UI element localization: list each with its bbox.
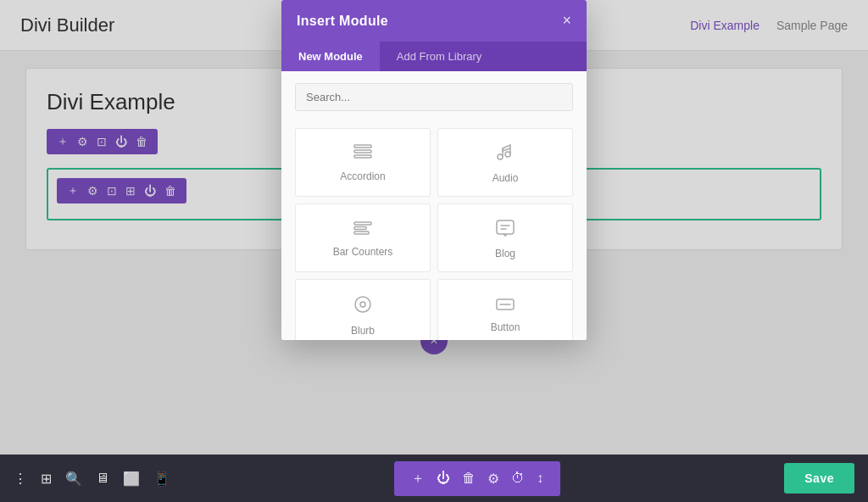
- bottom-mobile-icon[interactable]: 📱: [153, 471, 170, 487]
- bottom-grid-icon[interactable]: ⊞: [41, 471, 52, 487]
- module-button[interactable]: Button: [437, 279, 573, 340]
- bottom-bar-center: ＋ ⏻ 🗑 ⚙ ⏱ ↕: [394, 461, 560, 496]
- tab-add-from-library[interactable]: Add From Library: [380, 42, 498, 71]
- center-add-icon[interactable]: ＋: [411, 470, 425, 488]
- bottom-bar-left: ⋮ ⊞ 🔍 🖥 ⬜ 📱: [14, 471, 170, 487]
- module-bar-counters[interactable]: Bar Counters: [295, 204, 431, 272]
- modal-title: Insert Module: [297, 14, 388, 29]
- center-trash-icon[interactable]: 🗑: [462, 471, 476, 486]
- modal-close-button[interactable]: ×: [562, 12, 571, 30]
- blurb-label: Blurb: [351, 325, 375, 337]
- module-grid: Accordion Audio: [281, 120, 587, 340]
- svg-rect-8: [354, 227, 366, 230]
- bottom-desktop-icon[interactable]: 🖥: [96, 471, 109, 486]
- svg-rect-9: [354, 231, 369, 234]
- svg-point-12: [360, 302, 365, 307]
- search-input[interactable]: [295, 83, 573, 111]
- svg-point-3: [498, 154, 503, 159]
- bottom-search-icon[interactable]: 🔍: [65, 471, 82, 487]
- center-history-icon[interactable]: ⏱: [511, 471, 525, 486]
- accordion-label: Accordion: [340, 170, 385, 182]
- bottom-menu-icon[interactable]: ⋮: [14, 471, 27, 487]
- center-settings-icon[interactable]: ⚙: [487, 471, 499, 487]
- bottom-tablet-icon[interactable]: ⬜: [123, 471, 140, 487]
- blog-icon: [496, 220, 515, 241]
- button-icon: [496, 295, 515, 315]
- audio-label: Audio: [492, 172, 519, 184]
- module-blog[interactable]: Blog: [437, 204, 573, 272]
- modal-tabs: New Module Add From Library: [281, 42, 587, 71]
- module-blurb[interactable]: Blurb: [295, 279, 431, 340]
- svg-rect-1: [354, 150, 371, 153]
- svg-rect-0: [354, 145, 371, 148]
- module-accordion[interactable]: Accordion: [295, 128, 431, 197]
- accordion-icon: [353, 144, 372, 164]
- bottom-bar: ⋮ ⊞ 🔍 🖥 ⬜ 📱 ＋ ⏻ 🗑 ⚙ ⏱ ↕ Save: [0, 455, 868, 502]
- center-layout-icon[interactable]: ↕: [537, 471, 543, 486]
- save-button[interactable]: Save: [784, 463, 854, 494]
- center-power-icon[interactable]: ⏻: [437, 471, 450, 486]
- svg-rect-10: [497, 220, 514, 234]
- modal-search: [281, 71, 587, 120]
- svg-point-4: [505, 152, 510, 157]
- blurb-icon: [353, 295, 372, 318]
- svg-rect-2: [354, 155, 371, 158]
- tab-new-module[interactable]: New Module: [281, 42, 380, 71]
- module-audio[interactable]: Audio: [437, 128, 573, 197]
- blog-label: Blog: [495, 248, 515, 259]
- audio-icon: [496, 144, 515, 165]
- svg-point-11: [355, 297, 370, 312]
- insert-module-modal: Insert Module × New Module Add From Libr…: [281, 0, 587, 340]
- bar-counters-label: Bar Counters: [333, 246, 393, 258]
- svg-rect-7: [354, 222, 371, 225]
- button-label: Button: [491, 321, 520, 333]
- bar-counters-icon: [353, 220, 372, 239]
- modal-header: Insert Module ×: [281, 0, 587, 42]
